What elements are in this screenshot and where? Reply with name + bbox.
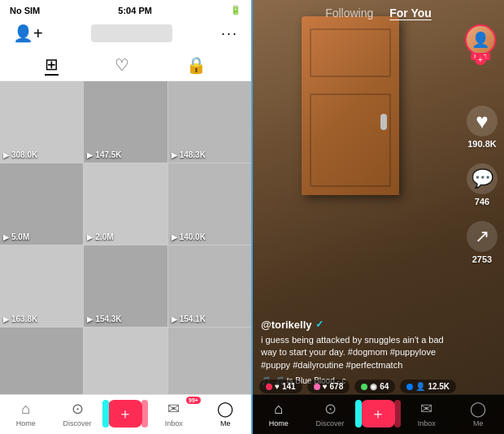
video-count: ▶ 163.8K [3, 315, 37, 323]
video-thumb[interactable]: ▶ 163.8K [0, 245, 83, 327]
stat-count-1: 141 [282, 382, 296, 391]
video-thumb[interactable]: ▶ 186.1K [84, 328, 167, 394]
tab-following[interactable]: Following [325, 7, 373, 20]
stat-likes-pink: ♥ 678 [307, 380, 350, 393]
nav-profile-label: Me [220, 419, 231, 427]
verified-icon: ✓ [315, 319, 324, 330]
share-button[interactable]: ↗ 2753 [467, 221, 497, 264]
shares-count: 2753 [472, 254, 492, 264]
r-home-label: Home [269, 419, 289, 427]
avatar-image: 👤 [471, 31, 489, 49]
play-icon: ▶ [172, 151, 177, 159]
video-count: ▶ 147.5K [87, 150, 121, 159]
r-nav-home[interactable]: ⌂ Home [259, 401, 299, 427]
creator-avatar[interactable]: 👤 LIVE + [465, 24, 496, 55]
count-label: 154.1K [180, 315, 206, 323]
add-user-icon[interactable]: 👤+ [13, 24, 43, 43]
nav-discover[interactable]: ⊙ Discover [57, 400, 98, 427]
creator-name[interactable]: @torikelly ✓ [261, 319, 459, 331]
username-display [91, 24, 172, 42]
video-thumb[interactable]: ▶ 5.0M [0, 163, 83, 245]
nav-home[interactable]: ⌂ Home [6, 401, 46, 427]
count-label: 2.0M [95, 232, 113, 241]
r-nav-profile[interactable]: ◯ Me [458, 400, 498, 427]
likes-count: 190.8K [467, 139, 496, 149]
r-discover-label: Discover [316, 419, 345, 427]
play-icon: ▶ [87, 315, 93, 323]
r-plus-icon: ＋ [371, 404, 385, 423]
discover-icon: ⊙ [72, 400, 84, 418]
tab-private[interactable]: 🔒 [186, 55, 206, 75]
r-nav-create[interactable]: ＋ [361, 400, 395, 427]
play-icon: ▶ [3, 233, 9, 241]
dot-blue [406, 384, 413, 390]
stat-count-3: 64 [380, 382, 389, 391]
video-grid: ▶ 308.0K ▶ 147.5K ▶ 148.3K ▶ 5.0M ▶ [0, 81, 251, 394]
dot-green [361, 384, 367, 390]
home-icon: ⌂ [21, 401, 30, 418]
video-thumb[interactable]: ▶ 154.3K [84, 245, 167, 327]
comment-button[interactable]: 💬 746 [467, 163, 497, 206]
tab-grid[interactable]: ⊞ [45, 54, 59, 76]
stat-count-4: 12.5K [428, 382, 450, 391]
time-label: 5:04 PM [118, 6, 152, 15]
video-count: ▶ 140.0K [172, 232, 206, 241]
video-thumb[interactable]: ▶ 148.3K [168, 81, 251, 163]
nav-discover-label: Discover [63, 419, 92, 427]
play-icon: ▶ [87, 233, 93, 241]
more-options-button[interactable]: ··· [221, 25, 238, 42]
nav-create-button[interactable]: ＋ [108, 400, 142, 427]
live-stats-bar: ♥ 141 ♥ 678 ◉ 64 👤 12.5K [259, 380, 497, 393]
comments-count: 746 [475, 197, 489, 206]
creator-handle: @torikelly [261, 319, 312, 331]
video-thumb[interactable]: ▶ 2.0M [84, 163, 167, 245]
r-create-button[interactable]: ＋ [361, 400, 395, 427]
r-discover-icon: ⊙ [324, 400, 337, 418]
profile-header: 👤+ ··· [0, 20, 251, 50]
status-bar: No SIM 5:04 PM 🔋 [0, 0, 251, 20]
like-button[interactable]: ♥ 190.8K [467, 106, 497, 149]
count-label: 308.0K [11, 150, 37, 159]
comment-icon-container: 💬 [467, 163, 497, 194]
inbox-icon: ✉ [167, 400, 180, 418]
video-thumb[interactable]: ▶ 183.9K [0, 328, 83, 394]
dot-red [266, 384, 272, 390]
stat-circle-icon: ◉ [370, 382, 377, 391]
video-thumb[interactable]: ▶ 140.0K [168, 163, 251, 245]
play-icon: ▶ [172, 315, 177, 323]
carrier-label: No SIM [10, 6, 40, 15]
heart-icon-container: ♥ [467, 106, 497, 137]
nav-profile[interactable]: ◯ Me [205, 400, 245, 427]
tab-liked[interactable]: ♡ [115, 55, 129, 75]
nav-inbox[interactable]: ✉ 99+ Inbox [154, 400, 194, 427]
video-count: ▶ 5.0M [3, 232, 29, 241]
share-icon-container: ↗ [467, 221, 497, 252]
tab-for-you[interactable]: For You [389, 7, 432, 20]
stat-heart-icon2: ♥ [323, 382, 328, 391]
door-visual [302, 16, 399, 195]
r-profile-icon: ◯ [470, 400, 486, 418]
video-thumb[interactable]: ▶ 1.3M [168, 328, 251, 394]
video-info: @torikelly ✓ i guess being attacked by s… [261, 319, 459, 385]
stat-person-icon: 👤 [415, 382, 425, 391]
stat-viewers: ◉ 64 [354, 380, 395, 393]
create-video-button[interactable]: ＋ [108, 400, 142, 427]
plus-icon: ＋ [118, 404, 133, 423]
nav-home-label: Home [16, 419, 36, 427]
count-label: 154.3K [95, 315, 121, 323]
video-thumb[interactable]: ▶ 308.0K [0, 81, 83, 163]
follow-plus-icon[interactable]: + [475, 54, 486, 65]
r-nav-inbox[interactable]: ✉ Inbox [406, 400, 447, 427]
play-icon: ▶ [87, 151, 93, 159]
r-nav-discover[interactable]: ⊙ Discover [310, 400, 350, 427]
right-top-nav: Following For You [253, 7, 504, 20]
right-panel: Following For You 👤 LIVE + ♥ 190.8K 💬 74… [253, 0, 504, 434]
play-icon: ▶ [3, 315, 9, 323]
stat-likes-red: ♥ 141 [259, 380, 302, 393]
video-thumb[interactable]: ▶ 154.1K [168, 245, 251, 327]
nav-inbox-label: Inbox [165, 419, 183, 427]
video-thumb[interactable]: ▶ 147.5K [84, 81, 167, 163]
battery-icon: 🔋 [230, 5, 241, 15]
action-bar: ♥ 190.8K 💬 746 ↗ 2753 [467, 106, 497, 264]
inbox-badge-count: 99+ [186, 397, 201, 404]
